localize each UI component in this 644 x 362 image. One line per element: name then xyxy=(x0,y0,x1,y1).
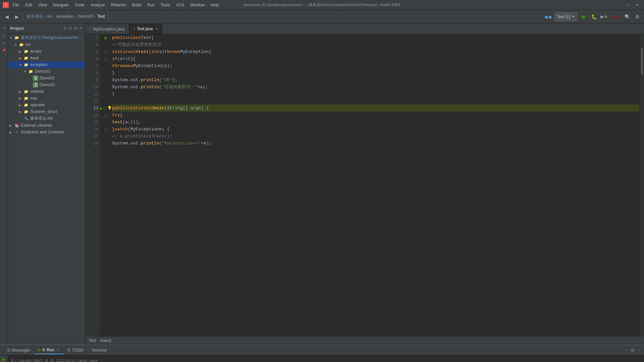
tree-item-exception[interactable]: ▼ 📁 exception xyxy=(8,61,85,68)
forward-button[interactable]: ▶ xyxy=(12,12,21,21)
ln-16: 16 xyxy=(85,126,100,133)
gutter-icon-14 xyxy=(100,112,112,119)
settings-icon[interactable]: ⚙ xyxy=(629,347,636,353)
tab-label-run: 4: Run xyxy=(42,348,54,352)
tree-item-Demo01[interactable]: ▶ J Demo01 xyxy=(8,75,85,81)
tree-arrow-operater: ▶ xyxy=(19,103,23,107)
gutter-icons: ▶ ▶ 💡 xyxy=(100,34,112,337)
tree-label-src: src xyxy=(25,42,31,47)
tree-item-iml[interactable]: ▶ 🔧 基本语法.iml xyxy=(8,115,85,122)
menu-view[interactable]: View xyxy=(36,2,50,8)
project-panel-header: Project ↻ ⚙ ⊟ ✕ xyxy=(8,23,85,34)
bc-基本语法[interactable]: 基本语法 xyxy=(26,14,43,19)
menu-navigate[interactable]: Navigate xyxy=(50,2,71,8)
run-button[interactable]: ▶ xyxy=(579,12,589,21)
breakpoint-placeholder-16[interactable] xyxy=(104,128,108,131)
run-tab-close[interactable]: ✕ xyxy=(57,348,59,352)
menu-tools[interactable]: Tools xyxy=(158,2,173,8)
bc-src[interactable]: src xyxy=(47,14,52,19)
tree-item-scanner[interactable]: ▶ 📁 Scanner_struct xyxy=(8,108,85,115)
bottom-tab-run[interactable]: ▶ 4: Run ✕ xyxy=(34,346,63,354)
tree-item-base[interactable]: ▶ 📁 base xyxy=(8,55,85,61)
run-method-icon-3[interactable]: ▶ xyxy=(105,36,108,40)
project-gear-icon[interactable]: ⚙ xyxy=(68,25,73,31)
run-config-dropdown[interactable]: ▼ xyxy=(572,15,575,18)
run-prev-button[interactable]: ◀◀ xyxy=(543,12,552,21)
left-icon-1[interactable]: P xyxy=(1,25,7,32)
code-line-14: try { xyxy=(112,112,639,119)
menu-help[interactable]: Help xyxy=(208,2,222,8)
tree-item-scratches[interactable]: ▶ ✏ Scratches and Consoles xyxy=(8,129,85,135)
left-icon-4[interactable]: 📌 xyxy=(1,47,7,54)
tree-item-operater[interactable]: ▶ 📁 operater xyxy=(8,102,85,108)
menu-vcs[interactable]: VCS xyxy=(173,2,187,8)
breakpoint-placeholder-5[interactable] xyxy=(104,50,108,54)
tab-close-Test[interactable]: ✕ xyxy=(155,27,158,31)
debug-button[interactable]: 🐛 xyxy=(589,12,599,21)
settings-button[interactable]: ⚙ xyxy=(633,12,642,21)
tree-label-exception: exception xyxy=(30,62,47,67)
breakpoint-placeholder-14[interactable] xyxy=(104,114,108,117)
menu-refactor[interactable]: Refactor xyxy=(108,2,129,8)
breadcrumb-Test[interactable]: Test xyxy=(89,338,96,343)
menu-file[interactable]: File xyxy=(10,2,22,8)
minimize-panel-icon[interactable]: − xyxy=(637,347,642,353)
stop-button[interactable]: ■ xyxy=(609,12,619,21)
gutter-icon-18 xyxy=(100,140,112,147)
gutter-icon-8 xyxy=(100,69,112,76)
tree-item-method[interactable]: ▶ 📁 method xyxy=(8,88,85,95)
tree-item-root[interactable]: ▼ 📁 基本语法 E:\Xiangmu\javarumen\基本 xyxy=(8,34,85,41)
menu-analyze[interactable]: Analyze xyxy=(88,2,108,8)
tree-item-src[interactable]: ▼ 📁 src xyxy=(8,41,85,48)
run-tab-icon: ▶ xyxy=(38,348,41,352)
tree-label-Demo03: Demo03 xyxy=(35,69,50,74)
code-scroll-area[interactable]: public class Test { //可能会存在异常的方法 static … xyxy=(112,34,639,337)
code-line-11: } xyxy=(112,90,639,98)
menu-code[interactable]: Code xyxy=(72,2,87,8)
code-line-13: public static void main(String[] args) { xyxy=(112,105,639,112)
ln-11: 11 xyxy=(85,90,100,98)
bottom-tab-messages[interactable]: 0: Messages xyxy=(3,347,34,354)
breadcrumb-main[interactable]: main() xyxy=(100,338,111,343)
project-sync-icon[interactable]: ↻ xyxy=(63,25,67,31)
breakpoint-placeholder-6[interactable] xyxy=(104,57,108,61)
tab-MyException[interactable]: J MyException.java xyxy=(85,24,129,34)
tree-item-Demo02[interactable]: ▶ J Demo02 xyxy=(8,81,85,88)
menu-edit[interactable]: Edit xyxy=(22,2,35,8)
run-coverage-button[interactable]: ▶% xyxy=(599,12,609,21)
tab-label-messages: 0: Messages xyxy=(7,348,30,353)
breakpoint-placeholder-13[interactable] xyxy=(104,107,107,110)
code-line-15: test( a: 11); xyxy=(112,119,639,126)
bc-exception[interactable]: exception xyxy=(56,14,73,19)
back-button[interactable]: ◀ xyxy=(2,12,11,21)
bc-Test[interactable]: Test xyxy=(97,14,105,19)
project-expand-icon[interactable]: ⊟ xyxy=(73,25,78,31)
tree-item-Demo03[interactable]: ▼ 📁 Demo03 xyxy=(8,68,85,75)
tree-label-method: method xyxy=(30,89,44,94)
menu-window[interactable]: Window xyxy=(187,2,207,8)
minimize-button[interactable]: − xyxy=(614,2,623,8)
menu-build[interactable]: Build xyxy=(129,2,144,8)
tree-item-arrays[interactable]: ▶ 📁 arrays xyxy=(8,48,85,55)
left-icon-3[interactable]: ◎ xyxy=(1,40,7,46)
gutter-icon-7 xyxy=(100,62,112,69)
menu-run[interactable]: Run xyxy=(145,2,157,8)
maximize-button[interactable]: □ xyxy=(623,2,632,8)
bottom-tab-terminal[interactable]: Terminal xyxy=(88,347,111,354)
code-line-5: static void test(int a) throws MyExcepti… xyxy=(112,48,639,55)
run-method-icon-13[interactable]: ▶ xyxy=(100,106,103,111)
search-button[interactable]: 🔍 xyxy=(623,12,632,21)
close-button[interactable]: ✕ xyxy=(633,2,641,8)
bc-Demo03[interactable]: Demo03 xyxy=(78,14,93,19)
tree-item-oop[interactable]: ▶ 📁 oop xyxy=(8,95,85,102)
tab-Test[interactable]: J Test.java ✕ xyxy=(129,24,163,34)
minimap-scroll-thumb[interactable] xyxy=(641,48,643,74)
run-start-icon[interactable]: ▶ xyxy=(2,357,6,362)
tree-item-extlibs[interactable]: ▶ 📚 External Libraries xyxy=(8,122,85,129)
left-icon-2[interactable]: ≡ xyxy=(1,32,7,39)
bottom-tab-todo[interactable]: 6: TODO xyxy=(63,347,88,354)
bottom-content: ▶ ■ ↻ ↓ ☰ ⌨ 📌 🖨 🗑 E:\Java\jdk1.8.0_131\b… xyxy=(0,355,644,362)
run-configuration[interactable]: Test (1) ▼ xyxy=(554,12,577,21)
project-close-icon[interactable]: ✕ xyxy=(78,25,83,31)
ln-4: 4 xyxy=(85,41,100,48)
